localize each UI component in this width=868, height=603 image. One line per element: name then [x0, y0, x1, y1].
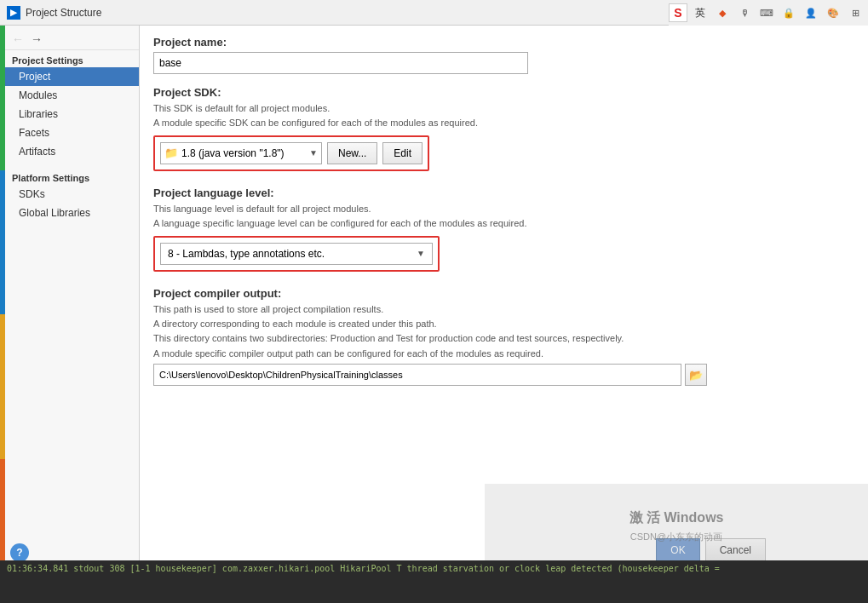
win-activate-text: 激 活 Windows	[629, 509, 724, 527]
tray-diamond[interactable]: ◆	[713, 3, 732, 22]
project-sdk-label: Project SDK:	[153, 86, 854, 99]
left-edge-bar	[0, 26, 7, 603]
sidebar-item-global-libraries[interactable]: Global Libraries	[5, 204, 139, 222]
title-bar-text: Project Structure	[26, 7, 101, 19]
compiler-desc4: A module specific compiler output path c…	[153, 347, 854, 360]
sdk-new-button[interactable]: New...	[327, 142, 377, 164]
tray-mic[interactable]: 🎙	[735, 3, 754, 22]
sidebar: ← → Project Settings Project Modules Lib…	[5, 26, 140, 603]
help-button[interactable]: ?	[10, 543, 29, 562]
win-activate-overlay: 激 活 Windows CSDN@小东东的动画	[485, 484, 868, 569]
edge-blue	[0, 170, 5, 315]
sdk-selector-block: 📁 1.8 (java version "1.8") ▼ New... Edit	[153, 135, 429, 171]
lang-level-dropdown[interactable]: 8 - Lambdas, type annotations etc. ▼	[160, 243, 433, 265]
project-sdk-section: Project SDK: This SDK is default for all…	[153, 86, 854, 175]
tray-grid[interactable]: ⊞	[846, 3, 865, 22]
lang-dropdown-arrow: ▼	[417, 249, 425, 258]
compiler-output-label: Project compiler output:	[153, 287, 854, 300]
system-tray: S 英 ◆ 🎙 ⌨ 🔒 👤 🎨 ⊞	[669, 0, 868, 26]
lang-level-value: 8 - Lambdas, type annotations etc.	[168, 248, 417, 260]
lang-level-block: 8 - Lambdas, type annotations etc. ▼	[153, 236, 440, 272]
tray-lock[interactable]: 🔒	[779, 3, 798, 22]
console-bar: 01:36:34.841 stdout 308 [1-1 housekeeper…	[0, 560, 868, 603]
project-name-label: Project name:	[153, 36, 854, 49]
sdk-row: 📁 1.8 (java version "1.8") ▼ New... Edit	[160, 142, 423, 164]
sdk-desc1: This SDK is default for all project modu…	[153, 102, 854, 115]
tray-s[interactable]: S	[669, 3, 687, 22]
folder-icon: 📁	[164, 146, 178, 159]
compiler-path-input[interactable]	[153, 364, 681, 386]
sidebar-item-facets[interactable]: Facets	[5, 123, 139, 142]
language-level-label: Project language level:	[153, 187, 854, 199]
forward-arrow[interactable]: →	[31, 32, 43, 46]
lang-desc1: This language level is default for all p…	[153, 203, 854, 215]
lang-desc2: A language specific language level can b…	[153, 217, 854, 230]
sidebar-item-sdks[interactable]: SDKs	[5, 185, 139, 204]
console-text: 01:36:34.841 stdout 308 [1-1 housekeeper…	[7, 564, 861, 573]
project-name-input[interactable]	[153, 52, 528, 74]
nav-arrows: ← →	[5, 29, 139, 50]
sdk-desc2: A module specific SDK can be configured …	[153, 117, 854, 129]
csdn-text: CSDN@小东东的动画	[630, 531, 722, 543]
edge-green	[0, 26, 5, 170]
tray-kb[interactable]: ⌨	[757, 3, 776, 22]
tray-user[interactable]: 👤	[802, 3, 820, 22]
tray-palette[interactable]: 🎨	[824, 3, 842, 22]
compiler-output-section: Project compiler output: This path is us…	[153, 287, 854, 387]
compiler-desc3: This directory contains two subdirectori…	[153, 332, 854, 345]
app-icon: ▶	[7, 6, 20, 20]
compiler-desc2: A directory corresponding to each module…	[153, 318, 854, 330]
sidebar-item-artifacts[interactable]: Artifacts	[5, 142, 139, 161]
edge-yellow	[0, 314, 5, 459]
sidebar-item-libraries[interactable]: Libraries	[5, 105, 139, 123]
compiler-output-row: 📂	[153, 364, 854, 386]
project-settings-title: Project Settings	[5, 50, 139, 67]
back-arrow[interactable]: ←	[12, 32, 24, 46]
folder-browse-button[interactable]: 📂	[685, 364, 707, 386]
compiler-desc1: This path is used to store all project c…	[153, 303, 854, 316]
tray-lang[interactable]: 英	[691, 3, 710, 22]
sdk-dropdown-arrow: ▼	[309, 148, 318, 158]
sdk-edit-button[interactable]: Edit	[382, 142, 423, 164]
sidebar-item-modules[interactable]: Modules	[5, 86, 139, 105]
platform-settings-title: Platform Settings	[5, 168, 139, 185]
browse-folder-icon: 📂	[689, 369, 703, 382]
project-language-level-section: Project language level: This language le…	[153, 187, 854, 275]
sidebar-item-project[interactable]: Project	[5, 67, 139, 86]
sdk-dropdown[interactable]: 📁 1.8 (java version "1.8") ▼	[160, 142, 322, 164]
sdk-value: 1.8 (java version "1.8")	[181, 147, 285, 159]
project-name-section: Project name:	[153, 36, 854, 74]
